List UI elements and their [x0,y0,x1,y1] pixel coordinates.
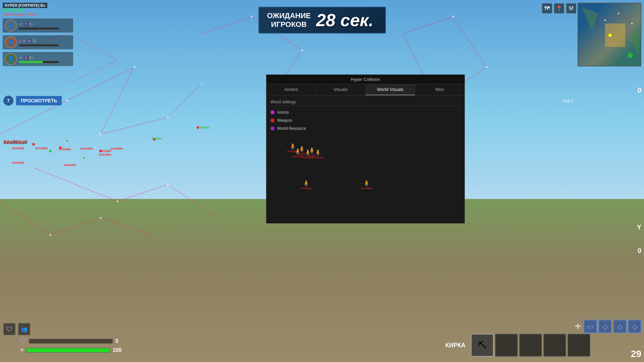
ammo-label: Ammo [277,110,289,115]
panel-tabs: Aimbot Visuals World Visuals Misc [266,84,464,96]
tab-aimbot[interactable]: Aimbot [266,84,316,95]
panel-title-bar: Hyper Collision [266,75,464,84]
entity-6: 🧍 InVisible [312,150,324,159]
tab-misc[interactable]: Misc [415,84,464,95]
tab-world-visuals[interactable]: World Visuals [366,84,415,95]
entity-display-area: 🧍 InVisible 🧍 InVisible 🧍 Visible 🧍 InVi… [270,134,460,207]
setting-weapon: Weapon [270,117,460,123]
ammo-color-dot [270,110,275,114]
cheat-panel: Hyper Collision Aimbot Visuals World Vis… [266,74,465,223]
entity-7: 🧍 InVisible [301,180,312,190]
setting-world-resource: World Resource [270,125,460,132]
ground [0,199,644,362]
weapon-label-setting: Weapon [277,118,292,123]
weapon-color-dot [270,118,275,122]
panel-content: World settings Ammo Weapon World Resourc… [266,96,464,223]
world-resource-color-dot [270,126,275,131]
entity-8: 🧍 InVisible [361,180,372,190]
setting-ammo: Ammo [270,109,460,115]
world-resource-label: World Resource [277,126,306,131]
world-settings-header: World settings [270,100,460,106]
tab-visuals[interactable]: Visuals [316,84,366,95]
